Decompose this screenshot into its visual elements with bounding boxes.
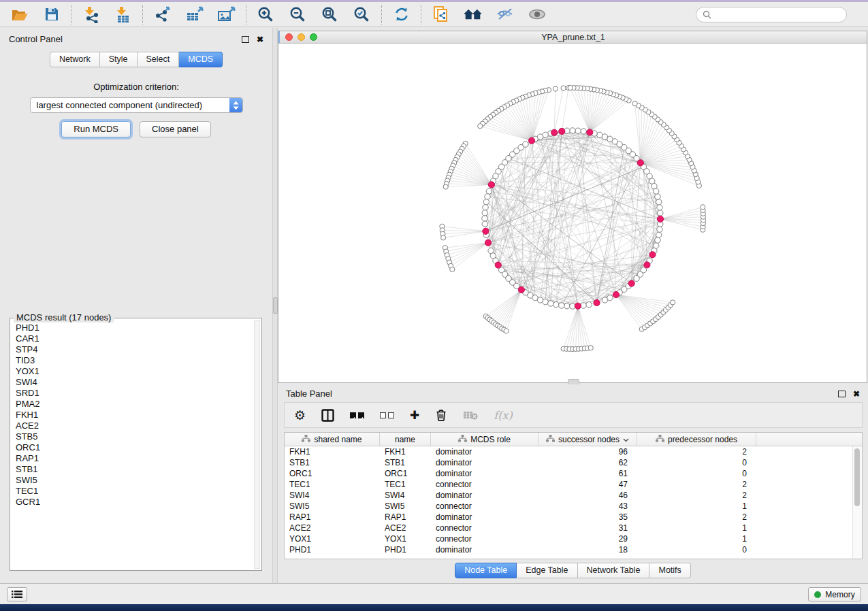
- float-panel-icon[interactable]: [242, 36, 249, 43]
- export-table-icon[interactable]: [185, 5, 204, 24]
- mcds-result-item[interactable]: STB5: [16, 431, 248, 442]
- column-header-name[interactable]: name: [380, 433, 431, 446]
- table-tab-edge-table[interactable]: Edge Table: [517, 563, 577, 578]
- mcds-result-item[interactable]: STB1: [16, 464, 248, 475]
- column-header-MCDS-role[interactable]: MCDS role: [431, 433, 539, 446]
- node-table: shared namenameMCDS rolesuccessor nodesp…: [284, 432, 863, 559]
- vertical-splitter[interactable]: [272, 28, 278, 583]
- search-input[interactable]: [716, 9, 840, 20]
- network-canvas[interactable]: [278, 44, 867, 382]
- table-tabs: Node TableEdge TableNetwork TableMotifs: [278, 563, 868, 578]
- control-panel-title: Control Panel: [9, 34, 63, 44]
- close-panel-icon[interactable]: ✖: [257, 36, 263, 43]
- function-builder-icon[interactable]: f(x): [494, 409, 512, 422]
- mcds-result-item[interactable]: GCR1: [16, 497, 248, 508]
- close-panel-button[interactable]: Close panel: [140, 121, 211, 137]
- table-row[interactable]: PHD1PHD1dominator180: [285, 544, 862, 555]
- table-scrollbar-thumb[interactable]: [854, 448, 860, 506]
- task-history-button[interactable]: [7, 587, 27, 601]
- mcds-result-item[interactable]: PMA2: [16, 399, 248, 410]
- float-table-panel-icon[interactable]: [838, 391, 846, 397]
- zoom-group: [246, 5, 381, 24]
- export-network-icon[interactable]: [153, 5, 172, 24]
- tab-style[interactable]: Style: [100, 52, 138, 67]
- run-mcds-button[interactable]: Run MCDS: [61, 121, 131, 137]
- tab-network[interactable]: Network: [50, 52, 100, 67]
- delete-table-icon[interactable]: [463, 410, 478, 420]
- mcds-list-scrollbar[interactable]: [254, 320, 260, 569]
- select-all-icon[interactable]: [350, 412, 364, 418]
- zoom-selected-icon[interactable]: [353, 5, 371, 24]
- column-header-shared-name[interactable]: shared name: [285, 433, 380, 446]
- control-panel: Control Panel ✖ NetworkStyleSelectMCDS O…: [0, 28, 272, 583]
- table-row[interactable]: FKH1FKH1dominator962: [285, 446, 862, 457]
- attribute-tree-icon: [458, 435, 467, 444]
- table-body: FKH1FKH1dominator962STB1STB1dominator620…: [285, 446, 862, 555]
- zoom-in-icon[interactable]: [257, 5, 275, 24]
- mcds-result-item[interactable]: ACE2: [16, 420, 248, 431]
- mcds-result-item[interactable]: STP4: [16, 344, 248, 355]
- mcds-result-list: PHD1CAR1STP4TID3YOX1SWI4SRD1PMA2FKH1ACE2…: [12, 320, 252, 568]
- mcds-result-item[interactable]: YOX1: [16, 366, 248, 377]
- mcds-result-item[interactable]: TEC1: [16, 486, 248, 497]
- mcds-result-item[interactable]: SWI5: [16, 475, 248, 486]
- mcds-result-item[interactable]: RAP1: [16, 453, 248, 464]
- mcds-result-item[interactable]: CAR1: [16, 333, 248, 344]
- table-row[interactable]: SWI4SWI4dominator462: [285, 490, 862, 501]
- hide-annotations-icon[interactable]: [496, 5, 514, 24]
- open-folder-icon[interactable]: [10, 5, 29, 24]
- import-network-icon[interactable]: [82, 5, 100, 24]
- memory-button[interactable]: Memory: [808, 587, 861, 601]
- optimization-criterion-select[interactable]: largest connected component (undirected): [30, 97, 243, 113]
- zoom-fit-icon[interactable]: [321, 5, 339, 24]
- clone-network-icon[interactable]: [432, 5, 450, 24]
- table-row[interactable]: ORC1ORC1dominator610: [285, 468, 862, 479]
- vertical-splitter-handle[interactable]: [273, 297, 278, 314]
- table-row[interactable]: SWI5SWI5connector431: [285, 501, 862, 512]
- table-row[interactable]: ACE2ACE2connector311: [285, 523, 862, 533]
- search-box[interactable]: [696, 7, 847, 22]
- settings-gear-icon[interactable]: ⚙: [294, 409, 306, 422]
- refresh-icon[interactable]: [392, 5, 411, 24]
- table-row[interactable]: TEC1TEC1connector472: [285, 479, 862, 490]
- mcds-result-item[interactable]: PHD1: [16, 323, 248, 333]
- table-panel-title: Table Panel: [286, 389, 332, 399]
- column-header-predecessor-nodes[interactable]: predecessor nodes: [637, 433, 756, 446]
- export-group: [143, 5, 246, 24]
- memory-status-dot: [814, 591, 821, 598]
- home-icon[interactable]: [464, 5, 482, 24]
- table-tab-network-table[interactable]: Network Table: [578, 563, 650, 578]
- attribute-tree-icon: [302, 435, 310, 444]
- table-tab-node-table[interactable]: Node Table: [455, 563, 517, 578]
- import-table-icon[interactable]: [114, 5, 132, 24]
- mcds-result-item[interactable]: TID3: [16, 355, 248, 366]
- deselect-all-icon[interactable]: [380, 412, 394, 418]
- zoom-out-icon[interactable]: [289, 5, 307, 24]
- table-row[interactable]: RAP1RAP1dominator352: [285, 512, 862, 523]
- mcds-result-item[interactable]: ORC1: [16, 442, 248, 453]
- network-titlebar[interactable]: YPA_prune.txt_1: [278, 31, 867, 44]
- sort-chevron-icon[interactable]: [623, 435, 629, 444]
- split-view-icon[interactable]: [321, 409, 334, 422]
- desktop-strip-bottom: [0, 604, 868, 611]
- tab-mcds[interactable]: MCDS: [179, 52, 223, 67]
- table-row[interactable]: YOX1YOX1connector291: [285, 533, 862, 544]
- search-icon: [703, 10, 711, 19]
- table-tab-motifs[interactable]: Motifs: [649, 563, 690, 578]
- delete-column-trash-icon[interactable]: [435, 409, 447, 422]
- mcds-buttons-row: Run MCDS Close panel: [0, 121, 272, 137]
- mcds-result-item[interactable]: FKH1: [16, 410, 248, 420]
- show-annotations-icon[interactable]: [528, 5, 546, 24]
- import-group: [71, 5, 142, 24]
- memory-label: Memory: [825, 590, 854, 599]
- mcds-result-item[interactable]: SWI4: [16, 377, 248, 388]
- table-row[interactable]: STB1STB1dominator620: [285, 457, 862, 468]
- column-header-successor-nodes[interactable]: successor nodes: [539, 433, 637, 446]
- table-scrollbar[interactable]: [852, 446, 862, 559]
- save-icon[interactable]: [42, 5, 61, 24]
- tab-select[interactable]: Select: [138, 52, 180, 67]
- export-image-icon[interactable]: [217, 5, 236, 24]
- close-table-panel-icon[interactable]: ✖: [853, 391, 860, 397]
- add-column-icon[interactable]: ✚: [410, 408, 419, 422]
- mcds-result-item[interactable]: SRD1: [16, 388, 248, 399]
